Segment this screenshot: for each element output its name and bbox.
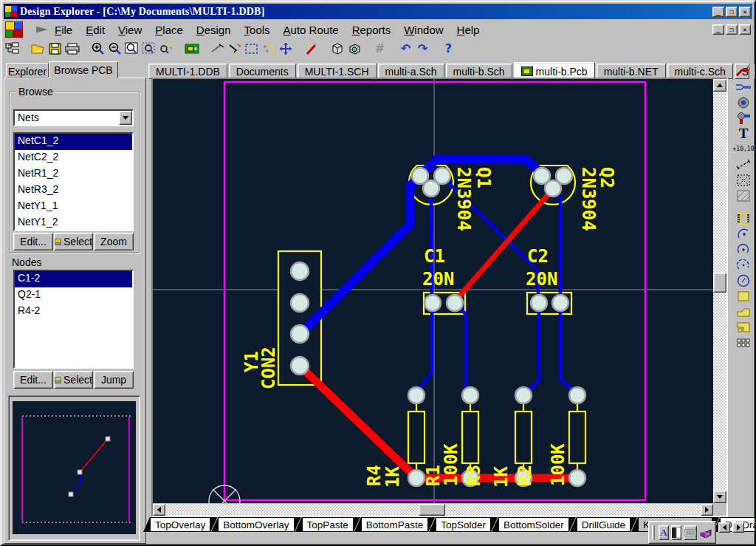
place-fill-icon[interactable]	[732, 288, 755, 304]
layer-tab-bottomoverlay[interactable]: BottomOverlay	[211, 517, 300, 532]
nodes-jump-button[interactable]: Jump	[94, 371, 134, 389]
help-icon[interactable]: ?	[440, 41, 457, 57]
nodes-list[interactable]: C1-2 Q2-1 R4-2	[13, 270, 134, 369]
menu-design[interactable]: Design	[190, 22, 238, 38]
layer-tab-topsolder[interactable]: TopSolder	[429, 517, 498, 532]
select-area-icon[interactable]	[243, 41, 260, 57]
place-track-icon[interactable]	[732, 64, 755, 79]
nets-zoom-button[interactable]: Zoom	[94, 233, 134, 250]
knife-icon[interactable]	[209, 41, 226, 57]
redo-icon[interactable]: ↷	[414, 41, 431, 57]
place-polygon-plane-icon[interactable]	[732, 304, 755, 319]
highlight-wand-icon[interactable]	[303, 41, 320, 57]
net-list-item[interactable]: NetC1_2	[15, 134, 132, 150]
place-via-icon[interactable]	[732, 110, 755, 126]
layer-scroll-right[interactable]	[732, 522, 744, 533]
scroll-left-button[interactable]	[153, 504, 165, 516]
place-coordinate-icon[interactable]: +10,10	[732, 141, 755, 157]
nets-list[interactable]: NetC1_2 NetC2_2 NetR1_2 NetR3_2 NetY1_1 …	[13, 132, 134, 231]
layer-tab-bottomsolder[interactable]: BottomSolder	[492, 517, 576, 532]
open-document-icon[interactable]	[30, 41, 47, 57]
pcb-horizontal-scrollbar[interactable]	[153, 504, 713, 516]
doc-tab-multi1-sch[interactable]: MULTI-1.SCH	[298, 64, 377, 79]
board-wizard-icon[interactable]	[183, 41, 200, 57]
place-multi-track-icon[interactable]	[732, 79, 755, 95]
text-toggle-icon[interactable]: A	[659, 525, 669, 540]
doc-tab-multi-b-pcb[interactable]: multi-b.Pcb	[514, 62, 595, 79]
nets-select-button[interactable]: Select	[54, 233, 93, 250]
close-button[interactable]: ✕	[739, 7, 751, 17]
place-fill-hatched-icon[interactable]	[732, 188, 755, 203]
layer-panel-icon[interactable]	[671, 525, 681, 540]
nodes-edit-button[interactable]: Edit...	[13, 371, 53, 389]
layer-scroll-left[interactable]	[718, 522, 730, 533]
zoom-in-icon[interactable]	[89, 41, 106, 57]
place-split-plane-icon[interactable]	[732, 319, 755, 335]
toolbar-grip[interactable]	[652, 525, 655, 540]
nets-edit-button[interactable]: Edit...	[13, 233, 53, 250]
browse-category-dropdown[interactable]: Nets	[13, 109, 134, 126]
menu-help[interactable]: Help	[450, 22, 487, 38]
zoom-out-icon[interactable]	[106, 41, 123, 57]
pcb-canvas[interactable]: Q1 2N3904 Q2 2N3904 C1 20N C2 20N Y1 CON…	[153, 79, 713, 503]
place-room-icon[interactable]	[732, 172, 755, 188]
doc-tab-documents[interactable]: Documents	[229, 64, 296, 79]
menu-window[interactable]: Window	[397, 22, 450, 38]
scroll-up-button[interactable]	[713, 79, 726, 92]
deselect-icon[interactable]	[260, 41, 277, 57]
probe-icon[interactable]	[226, 41, 243, 57]
place-full-circle-icon[interactable]	[732, 273, 755, 288]
net-list-item[interactable]: NetY1_2	[15, 215, 132, 231]
place-pad-array-icon[interactable]	[732, 335, 755, 350]
polygon-b-icon[interactable]	[346, 41, 362, 57]
menu-reports[interactable]: Reports	[346, 22, 398, 38]
layer-tab-drillguide[interactable]: DrillGuide	[570, 517, 637, 532]
node-list-item[interactable]: R4-2	[15, 304, 132, 320]
tab-browse-pcb[interactable]: Browse PCB	[49, 61, 118, 78]
doc-tab-multi-b-net[interactable]: multi-b.NET	[597, 64, 666, 79]
doc-tab-multi-a-sch[interactable]: multi-a.Sch	[378, 64, 444, 79]
restore-button[interactable]: ❐	[726, 7, 738, 17]
mdi-restore-button[interactable]: ❐	[726, 24, 738, 35]
place-dimension-icon[interactable]	[732, 157, 755, 172]
keyboard-icon[interactable]	[684, 525, 697, 540]
move-icon[interactable]	[277, 41, 294, 57]
polygon-a-icon[interactable]	[329, 41, 346, 57]
help-book-icon[interactable]: ?	[699, 525, 712, 540]
doc-tab-multi-c-sch[interactable]: multi-c.Sch	[667, 64, 733, 79]
doc-tab-multi1-ddb[interactable]: MULTI-1.DDB	[148, 64, 227, 79]
net-list-item[interactable]: NetR3_2	[15, 182, 132, 199]
node-list-item[interactable]: Q2-1	[15, 287, 132, 304]
print-icon[interactable]	[63, 41, 80, 57]
zoom-document-icon[interactable]	[140, 41, 157, 57]
place-arc-angles-icon[interactable]	[732, 257, 755, 273]
layer-tab-toppaste[interactable]: TopPaste	[295, 517, 360, 532]
net-list-item[interactable]: NetR1_2	[15, 166, 132, 182]
scroll-right-button[interactable]	[701, 504, 713, 516]
menu-file[interactable]: File	[48, 22, 79, 38]
tab-explorer[interactable]: Explorer	[6, 63, 49, 78]
zoom-selection-icon[interactable]	[157, 41, 174, 57]
menu-view[interactable]: View	[111, 22, 148, 38]
nodes-select-button[interactable]: Select	[54, 371, 93, 389]
place-pad-icon[interactable]	[732, 95, 755, 110]
layer-tab-topoverlay[interactable]: TopOverlay	[143, 517, 217, 532]
net-list-item[interactable]: NetY1_1	[15, 199, 132, 215]
mdi-close-button[interactable]: ✕	[739, 24, 751, 35]
vscroll-thumb[interactable]	[713, 273, 726, 293]
save-icon[interactable]	[47, 41, 63, 57]
layer-tab-bottompaste[interactable]: BottomPaste	[354, 517, 435, 532]
minimize-button[interactable]: _	[712, 7, 724, 17]
net-list-item[interactable]: NetC2_2	[15, 150, 132, 166]
scroll-down-button[interactable]	[713, 491, 726, 503]
place-string-icon[interactable]: T	[732, 126, 755, 141]
menu-edit[interactable]: Edit	[79, 22, 111, 38]
menu-auto-route[interactable]: Auto Route	[277, 22, 346, 38]
place-arc-center-icon[interactable]	[732, 242, 755, 257]
place-component-icon[interactable]	[732, 211, 755, 226]
zoom-window-icon[interactable]	[123, 41, 140, 57]
mdi-minimize-button[interactable]: _	[712, 24, 724, 35]
undo-icon[interactable]: ↶	[397, 41, 414, 57]
place-arc-edge-icon[interactable]	[732, 226, 755, 242]
doc-tab-multi-b-sch[interactable]: multi-b.Sch	[446, 64, 512, 79]
